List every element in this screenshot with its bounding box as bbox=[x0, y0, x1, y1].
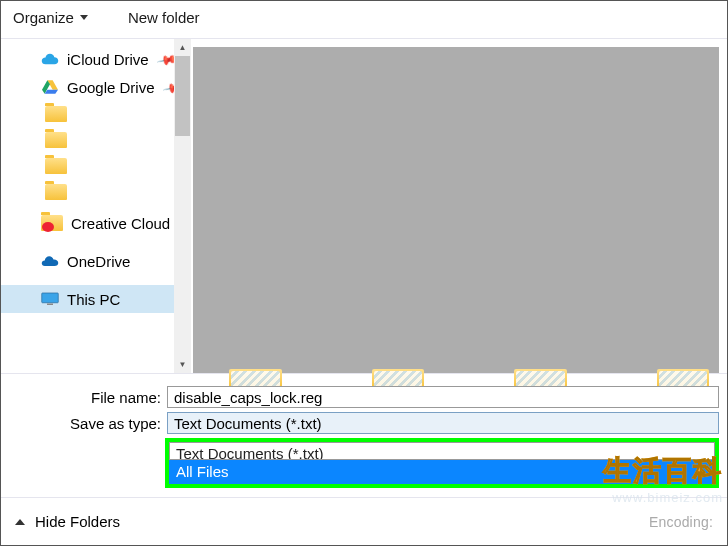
gdrive-icon bbox=[41, 78, 59, 96]
filename-value: disable_caps_lock.reg bbox=[174, 389, 322, 406]
pc-icon bbox=[41, 290, 59, 308]
saveastype-value: Text Documents (*.txt) bbox=[174, 415, 322, 432]
dropdown-option-txt[interactable]: Text Documents (*.txt) bbox=[169, 442, 715, 460]
sidebar-item-label: iCloud Drive bbox=[67, 51, 149, 68]
sidebar-item-creative-cloud[interactable]: Creative Cloud Fil bbox=[1, 209, 191, 237]
sidebar-scrollbar[interactable]: ▲ ▼ bbox=[174, 39, 191, 373]
saveastype-label: Save as type: bbox=[9, 415, 167, 432]
sidebar-item-folder[interactable] bbox=[1, 127, 191, 153]
onedrive-icon bbox=[41, 252, 59, 270]
sidebar-item-label: Google Drive bbox=[67, 79, 155, 96]
saveastype-combobox[interactable]: Text Documents (*.txt) bbox=[167, 412, 719, 434]
sidebar-item-gdrive[interactable]: Google Drive 📌 bbox=[1, 73, 191, 101]
sidebar-item-folder[interactable] bbox=[1, 179, 191, 205]
organize-label: Organize bbox=[13, 9, 74, 26]
sidebar-item-icloud[interactable]: iCloud Drive 📌 bbox=[1, 45, 191, 73]
sidebar-item-label: This PC bbox=[67, 291, 120, 308]
folder-content-area[interactable] bbox=[193, 47, 719, 373]
scroll-down-icon[interactable]: ▼ bbox=[179, 356, 187, 373]
toolbar: Organize New folder bbox=[1, 1, 727, 39]
save-form: File name: disable_caps_lock.reg Save as… bbox=[1, 374, 727, 446]
dropdown-option-allfiles[interactable]: All Files bbox=[169, 460, 715, 484]
organize-menu[interactable]: Organize bbox=[13, 9, 88, 26]
main-area: iCloud Drive 📌 Google Drive 📌 bbox=[1, 39, 727, 374]
folder-icon bbox=[45, 158, 67, 174]
filename-label: File name: bbox=[9, 389, 167, 406]
folder-icon bbox=[45, 106, 67, 122]
folder-icon bbox=[45, 184, 67, 200]
caret-down-icon bbox=[80, 15, 88, 20]
svg-marker-2 bbox=[45, 90, 58, 94]
chevron-up-icon[interactable] bbox=[15, 519, 25, 525]
nav-tree: iCloud Drive 📌 Google Drive 📌 bbox=[1, 39, 191, 373]
hide-folders-button[interactable]: Hide Folders bbox=[35, 513, 120, 530]
svg-rect-4 bbox=[47, 304, 53, 306]
scroll-thumb[interactable] bbox=[175, 56, 190, 136]
cc-folder-icon bbox=[41, 215, 63, 231]
sidebar-item-this-pc[interactable]: This PC bbox=[1, 285, 191, 313]
scroll-up-icon[interactable]: ▲ bbox=[179, 39, 187, 56]
sidebar-item-folder[interactable] bbox=[1, 153, 191, 179]
filename-input[interactable]: disable_caps_lock.reg bbox=[167, 386, 719, 408]
saveastype-row: Save as type: Text Documents (*.txt) bbox=[9, 412, 719, 434]
sidebar-item-onedrive[interactable]: OneDrive bbox=[1, 247, 191, 275]
saveastype-dropdown: Text Documents (*.txt) All Files bbox=[165, 438, 719, 488]
bottom-bar: Hide Folders Encoding: bbox=[1, 497, 727, 545]
encoding-label: Encoding: bbox=[649, 514, 713, 530]
sidebar-item-folder[interactable] bbox=[1, 101, 191, 127]
folder-icon bbox=[45, 132, 67, 148]
svg-rect-3 bbox=[42, 293, 59, 303]
cloud-icon bbox=[41, 50, 59, 68]
filename-row: File name: disable_caps_lock.reg bbox=[9, 386, 719, 408]
sidebar-item-label: Creative Cloud Fil bbox=[71, 215, 190, 232]
new-folder-button[interactable]: New folder bbox=[128, 9, 200, 26]
highlight-outline: Text Documents (*.txt) All Files bbox=[165, 438, 719, 488]
sidebar-item-label: OneDrive bbox=[67, 253, 130, 270]
